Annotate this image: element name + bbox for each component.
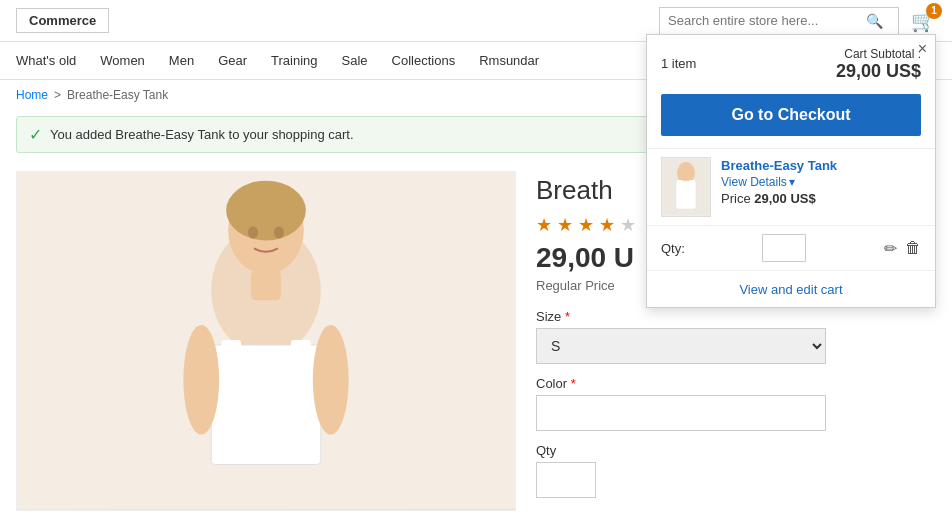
star-empty: ★	[620, 215, 636, 235]
star-1: ★	[536, 215, 552, 235]
cart-subtotal-amount: 29,00 US$	[836, 61, 921, 82]
cart-subtotal-wrap: Cart Subtotal : 29,00 US$	[836, 45, 921, 82]
nav-item-women[interactable]: Women	[100, 53, 145, 68]
chevron-down-icon: ▾	[789, 175, 795, 189]
svg-point-10	[248, 226, 258, 238]
size-select[interactable]: S	[536, 328, 826, 364]
product-image-placeholder	[17, 172, 515, 510]
logo[interactable]: Commerce	[16, 8, 109, 33]
search-icon: 🔍	[866, 13, 883, 29]
cart-item-price: Price 29,00 US$	[721, 191, 921, 206]
color-required: *	[571, 376, 576, 391]
cart-icon-wrap[interactable]: 🛒 1	[911, 9, 936, 33]
cart-dropdown: × 1 item Cart Subtotal : 29,00 US$ Go to…	[646, 34, 936, 308]
cart-edit-button[interactable]: ✏	[884, 239, 897, 258]
svg-point-7	[183, 325, 219, 435]
size-label: Size *	[536, 309, 936, 324]
cart-item-image-svg	[663, 159, 709, 215]
nav-item-training[interactable]: Training	[271, 53, 317, 68]
success-text: You added Breathe-Easy Tank to your shop…	[50, 127, 354, 142]
nav-item-collections[interactable]: Collections	[392, 53, 456, 68]
star-half: ★	[599, 215, 615, 235]
cart-item-name[interactable]: Breathe-Easy Tank	[721, 158, 837, 173]
breadcrumb-separator: >	[54, 88, 61, 102]
qty-input[interactable]: 1	[536, 462, 596, 498]
success-icon: ✓	[29, 125, 42, 144]
cart-item: Breathe-Easy Tank View Details ▾ Price 2…	[647, 148, 935, 225]
nav-item-rmsundar[interactable]: Rmsundar	[479, 53, 539, 68]
nav-item-whatsold[interactable]: What's old	[16, 53, 76, 68]
svg-point-8	[313, 325, 349, 435]
cart-qty-label: Qty:	[661, 241, 685, 256]
search-bar: 🔍	[659, 7, 899, 35]
search-input[interactable]	[660, 13, 860, 28]
product-image-svg	[17, 172, 515, 510]
svg-point-11	[274, 226, 284, 238]
nav-item-men[interactable]: Men	[169, 53, 194, 68]
cart-item-image	[661, 157, 711, 217]
breadcrumb-current: Breathe-Easy Tank	[67, 88, 168, 102]
color-label: Color *	[536, 376, 936, 391]
cart-item-price-value: 29,00 US$	[754, 191, 815, 206]
cart-qty-input[interactable]: 1	[762, 234, 806, 262]
cart-qty-row: Qty: 1 ✏ 🗑	[647, 225, 935, 270]
view-details-link[interactable]: View Details ▾	[721, 175, 921, 189]
size-required: *	[565, 309, 570, 324]
svg-point-3	[226, 181, 306, 241]
svg-rect-9	[251, 270, 281, 300]
cart-close-button[interactable]: ×	[918, 41, 927, 57]
product-image	[16, 171, 516, 511]
svg-rect-15	[677, 180, 683, 190]
svg-rect-16	[689, 180, 695, 190]
cart-dropdown-header: 1 item Cart Subtotal : 29,00 US$	[647, 35, 935, 88]
color-input[interactable]: White	[536, 395, 826, 431]
breadcrumb-home[interactable]: Home	[16, 88, 48, 102]
svg-rect-6	[291, 340, 311, 380]
search-button[interactable]: 🔍	[860, 13, 889, 29]
cart-subtotal-label: Cart Subtotal :	[844, 47, 921, 61]
checkout-button[interactable]: Go to Checkout	[661, 94, 921, 136]
cart-qty-actions: ✏ 🗑	[884, 239, 921, 258]
svg-rect-5	[221, 340, 241, 380]
nav-item-sale[interactable]: Sale	[342, 53, 368, 68]
star-3: ★	[578, 215, 594, 235]
star-2: ★	[557, 215, 573, 235]
cart-item-details: Breathe-Easy Tank View Details ▾ Price 2…	[721, 157, 921, 206]
nav-item-gear[interactable]: Gear	[218, 53, 247, 68]
cart-badge: 1	[926, 3, 942, 19]
qty-label: Qty	[536, 443, 936, 458]
view-edit-cart-link[interactable]: View and edit cart	[739, 282, 842, 297]
cart-delete-button[interactable]: 🗑	[905, 239, 921, 258]
cart-footer: View and edit cart	[647, 270, 935, 307]
cart-item-count: 1 item	[661, 56, 696, 71]
